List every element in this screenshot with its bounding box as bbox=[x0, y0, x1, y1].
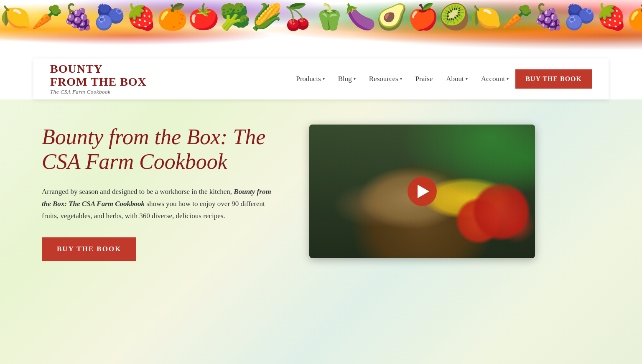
nav-blog[interactable]: Blog ▾ bbox=[331, 71, 362, 87]
logo-subtitle: The CSA Farm Cookbook bbox=[50, 89, 147, 95]
nav-resources[interactable]: Resources ▾ bbox=[362, 71, 409, 87]
nav-about[interactable]: About ▾ bbox=[439, 71, 474, 87]
blog-chevron-icon: ▾ bbox=[354, 76, 356, 81]
hero-video[interactable] bbox=[309, 125, 535, 258]
account-chevron-icon: ▾ bbox=[507, 76, 509, 81]
play-button[interactable] bbox=[408, 177, 437, 206]
nav-praise[interactable]: Praise bbox=[409, 71, 440, 87]
header-wrapper: BOUNTY FROM THE BOX The CSA Farm Cookboo… bbox=[33, 59, 609, 99]
play-icon bbox=[418, 185, 429, 198]
hero-section-bg: Bounty from the Box: The CSA Farm Cookbo… bbox=[0, 99, 642, 364]
main-nav: Products ▾ Blog ▾ Resources ▾ Praise Abo… bbox=[289, 69, 592, 89]
nav-products[interactable]: Products ▾ bbox=[289, 71, 331, 87]
site-header: BOUNTY FROM THE BOX The CSA Farm Cookboo… bbox=[33, 59, 609, 99]
hero-text-block: Bounty from the Box: The CSA Farm Cookbo… bbox=[42, 125, 276, 261]
nav-account[interactable]: Account ▾ bbox=[474, 71, 516, 87]
video-thumbnail bbox=[309, 125, 535, 258]
fruit-banner-strip: 🍋🥕🍇🫐🍓🍊🍅🥦🌽🍒🫑🍆🥑🍎🥝🍋🥕🍇🫐🍓🍊🍅🥦🌽🍒🫑🍆🥑🍎🥝🍋🥕🍇🫐 bbox=[0, 0, 642, 59]
hero-section: Bounty from the Box: The CSA Farm Cookbo… bbox=[42, 125, 600, 261]
products-chevron-icon: ▾ bbox=[323, 76, 325, 81]
hero-buy-button[interactable]: BUY THE BOOK bbox=[42, 237, 136, 261]
logo-title-line1: BOUNTY FROM THE BOX bbox=[50, 63, 147, 89]
hero-description: Arranged by season and designed to be a … bbox=[42, 186, 276, 222]
about-chevron-icon: ▾ bbox=[466, 76, 468, 81]
site-logo[interactable]: BOUNTY FROM THE BOX The CSA Farm Cookboo… bbox=[50, 63, 147, 95]
nav-buy-button[interactable]: BUY THE BOOK bbox=[515, 69, 592, 89]
resources-chevron-icon: ▾ bbox=[400, 76, 402, 81]
fruit-banner-icons: 🍋🥕🍇🫐🍓🍊🍅🥦🌽🍒🫑🍆🥑🍎🥝🍋🥕🍇🫐🍓🍊🍅🥦🌽🍒🫑🍆🥑🍎🥝🍋🥕🍇🫐 bbox=[0, 0, 642, 59]
hero-title: Bounty from the Box: The CSA Farm Cookbo… bbox=[42, 125, 276, 175]
